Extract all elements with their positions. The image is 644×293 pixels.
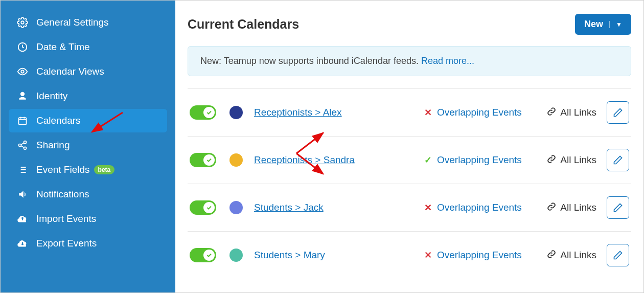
check-icon: ✓ (423, 154, 433, 166)
notice-text: New: Teamup now supports inbound iCalend… (200, 56, 421, 66)
overlap-label: Overlapping Events (437, 107, 522, 118)
edit-button[interactable] (607, 244, 629, 266)
link-icon (547, 250, 556, 261)
toggle-knob (203, 154, 215, 166)
active-toggle[interactable] (190, 248, 216, 262)
sidebar-item-label: Sharing (36, 140, 70, 151)
toggle-knob (203, 107, 215, 118)
calendar-list: Receptionists > Alex ✕ Overlapping Event… (188, 88, 631, 279)
link-icon (547, 202, 556, 214)
color-dot[interactable] (229, 249, 243, 262)
sidebar-item-label: Calendars (36, 115, 81, 126)
color-dot[interactable] (229, 153, 243, 167)
calendar-row: Students > Jack ✕ Overlapping Events All… (188, 184, 631, 231)
svg-point-6 (24, 147, 27, 149)
sidebar: General Settings Date & Time Calendar Vi… (1, 1, 175, 292)
svg-point-2 (21, 70, 24, 73)
all-links-label: All Links (560, 202, 596, 213)
cross-icon: ✕ (423, 202, 433, 213)
sidebar-item-label: Import Events (36, 213, 96, 224)
sidebar-item-identity[interactable]: Identity (9, 84, 167, 108)
notice-banner: New: Teamup now supports inbound iCalend… (188, 46, 631, 76)
active-toggle[interactable] (190, 200, 216, 215)
overlap-status[interactable]: ✕ Overlapping Events (423, 107, 545, 118)
sidebar-item-label: Date & Time (36, 41, 90, 53)
sidebar-item-label: General Settings (36, 17, 109, 28)
all-links[interactable]: All Links (547, 202, 596, 214)
calendar-row: Receptionists > Alex ✕ Overlapping Event… (188, 88, 631, 136)
page-title: Current Calendars (188, 17, 299, 32)
toggle-knob (203, 250, 215, 261)
clock-icon (16, 41, 29, 53)
list-icon (16, 165, 29, 175)
link-icon (547, 154, 556, 166)
edit-button[interactable] (607, 196, 629, 219)
overlap-label: Overlapping Events (437, 250, 522, 261)
sidebar-item-import-events[interactable]: Import Events (9, 207, 167, 231)
new-button-label: New (584, 19, 603, 30)
all-links[interactable]: All Links (547, 107, 596, 119)
cross-icon: ✕ (423, 107, 433, 118)
calendar-name[interactable]: Receptionists > Alex (254, 107, 423, 118)
new-button[interactable]: New ▼ (575, 14, 631, 35)
toggle-knob (203, 202, 215, 213)
cloud-download-icon (16, 238, 29, 249)
sidebar-item-label: Identity (36, 91, 67, 102)
beta-badge: beta (94, 165, 115, 174)
active-toggle[interactable] (190, 153, 216, 167)
svg-point-0 (21, 21, 24, 24)
calendar-name[interactable]: Students > Mary (254, 250, 423, 261)
edit-button[interactable] (607, 101, 629, 124)
sidebar-item-calendar-views[interactable]: Calendar Views (9, 60, 167, 83)
notice-link[interactable]: Read more... (421, 56, 474, 66)
calendar-name[interactable]: Students > Jack (254, 202, 423, 213)
eye-icon (16, 66, 29, 77)
sidebar-item-calendars[interactable]: Calendars (9, 109, 167, 132)
active-toggle[interactable] (190, 105, 216, 120)
sidebar-item-date-time[interactable]: Date & Time (9, 35, 167, 59)
header: Current Calendars New ▼ (188, 14, 631, 35)
overlap-status[interactable]: ✕ Overlapping Events (423, 202, 545, 213)
overlap-label: Overlapping Events (437, 154, 522, 166)
cross-icon: ✕ (423, 250, 433, 261)
svg-point-4 (24, 141, 27, 144)
calendar-name[interactable]: Receptionists > Sandra (254, 154, 423, 166)
gear-icon (16, 17, 29, 28)
all-links[interactable]: All Links (547, 154, 596, 166)
edit-button[interactable] (607, 149, 629, 171)
color-dot[interactable] (229, 106, 243, 119)
sidebar-item-label: Calendar Views (36, 66, 104, 77)
sidebar-item-general-settings[interactable]: General Settings (9, 11, 167, 34)
sound-icon (16, 189, 29, 199)
main-content: Current Calendars New ▼ New: Teamup now … (175, 1, 643, 292)
sidebar-item-event-fields[interactable]: Event Fields beta (9, 158, 167, 182)
all-links-label: All Links (560, 250, 596, 261)
sidebar-item-sharing[interactable]: Sharing (9, 133, 167, 157)
chevron-down-icon: ▼ (609, 21, 622, 28)
overlap-status[interactable]: ✓ Overlapping Events (423, 154, 545, 166)
sidebar-item-notifications[interactable]: Notifications (9, 183, 167, 206)
overlap-label: Overlapping Events (437, 202, 522, 213)
cloud-upload-icon (16, 213, 29, 224)
link-icon (547, 107, 556, 119)
color-dot[interactable] (229, 201, 243, 214)
share-icon (16, 140, 29, 150)
svg-rect-3 (19, 118, 27, 124)
all-links-label: All Links (560, 154, 596, 166)
user-icon (16, 91, 29, 101)
sidebar-item-export-events[interactable]: Export Events (9, 232, 167, 255)
calendar-row: Students > Mary ✕ Overlapping Events All… (188, 231, 631, 279)
overlap-status[interactable]: ✕ Overlapping Events (423, 250, 545, 261)
svg-point-5 (19, 144, 21, 147)
all-links[interactable]: All Links (547, 250, 596, 261)
calendar-icon (16, 116, 29, 126)
sidebar-item-label: Event Fields (36, 164, 90, 175)
sidebar-item-label: Notifications (36, 189, 89, 200)
calendar-row: Receptionists > Sandra ✓ Overlapping Eve… (188, 136, 631, 184)
all-links-label: All Links (560, 107, 596, 118)
sidebar-item-label: Export Events (36, 238, 97, 249)
